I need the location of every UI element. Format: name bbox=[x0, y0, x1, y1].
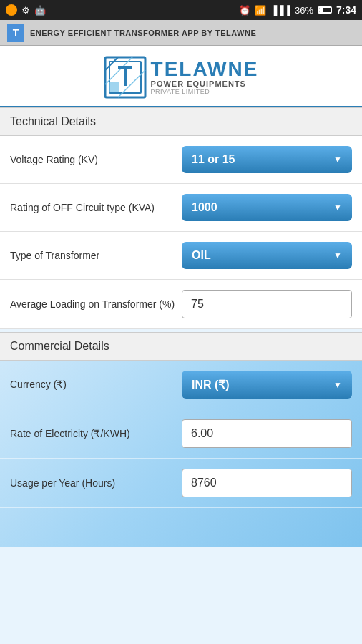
svg-rect-7 bbox=[109, 82, 119, 92]
off-circuit-label: Rating of OFF Circuit type (KVA) bbox=[10, 201, 182, 214]
status-right-icons: ⏰ 📶 ▐▐▐ 36% 7:34 bbox=[239, 4, 356, 16]
dropdown-arrow-icon3: ▼ bbox=[333, 250, 342, 260]
rate-electricity-label: Rate of Electricity (₹/KWH) bbox=[10, 427, 182, 440]
rate-electricity-row: Rate of Electricity (₹/KWH) bbox=[0, 409, 362, 459]
wifi-icon: 📶 bbox=[255, 5, 266, 16]
voltage-rating-label: Voltage Rating (KV) bbox=[10, 153, 182, 166]
off-circuit-dropdown[interactable]: 1000 ▼ bbox=[182, 194, 352, 221]
dropdown-arrow-icon2: ▼ bbox=[333, 203, 342, 213]
usb-icon: ⚙ bbox=[21, 5, 30, 16]
brand-name: TELAWNE bbox=[151, 59, 259, 79]
off-circuit-row: Rating of OFF Circuit type (KVA) 1000 ▼ bbox=[0, 184, 362, 232]
svg-rect-6 bbox=[124, 66, 127, 86]
signal-icon: ▐▐▐ bbox=[270, 5, 290, 16]
average-loading-input[interactable] bbox=[182, 290, 352, 318]
commercial-section-title: Commercial Details bbox=[10, 340, 109, 352]
currency-row: Currency (₹) INR (₹) ▼ bbox=[0, 361, 362, 409]
technical-form: Voltage Rating (KV) 11 or 15 ▼ Rating of… bbox=[0, 136, 362, 329]
average-loading-row: Average Loading on Transformer (%) bbox=[0, 280, 362, 329]
brand-line1: POWER EQUIPMENTS bbox=[151, 79, 259, 88]
usage-year-control[interactable] bbox=[182, 469, 352, 497]
android-icon: 🤖 bbox=[34, 5, 46, 16]
currency-control[interactable]: INR (₹) ▼ bbox=[182, 371, 352, 399]
commercial-section-header: Commercial Details bbox=[0, 332, 362, 361]
transformer-type-value: OIL bbox=[192, 249, 211, 262]
brand-line2: PRIVATE LIMITED bbox=[151, 88, 259, 95]
battery-percent: 36% bbox=[295, 5, 313, 16]
currency-value: INR (₹) bbox=[192, 378, 230, 391]
logo-text: TELAWNE POWER EQUIPMENTS PRIVATE LIMITED bbox=[151, 59, 259, 95]
logo-area: TELAWNE POWER EQUIPMENTS PRIVATE LIMITED bbox=[0, 46, 362, 107]
currency-dropdown[interactable]: INR (₹) ▼ bbox=[182, 371, 352, 399]
title-bar-text: ENERGY EFFICIENT TRANSFORMER APP BY TELA… bbox=[30, 29, 256, 37]
commercial-form: Currency (₹) INR (₹) ▼ Rate of Electrici… bbox=[0, 361, 362, 547]
voltage-rating-dropdown[interactable]: 11 or 15 ▼ bbox=[182, 146, 352, 173]
voltage-rating-row: Voltage Rating (KV) 11 or 15 ▼ bbox=[0, 136, 362, 184]
technical-section-header: Technical Details bbox=[0, 107, 362, 136]
rate-electricity-input[interactable] bbox=[182, 419, 352, 448]
circle-icon bbox=[6, 4, 17, 16]
transformer-type-control[interactable]: OIL ▼ bbox=[182, 242, 352, 269]
rate-electricity-control[interactable] bbox=[182, 419, 352, 448]
usage-year-label: Usage per Year (Hours) bbox=[10, 477, 182, 489]
battery-icon bbox=[318, 6, 332, 14]
transformer-type-dropdown[interactable]: OIL ▼ bbox=[182, 242, 352, 269]
voltage-rating-value: 11 or 15 bbox=[192, 153, 235, 166]
transformer-type-label: Type of Transformer bbox=[10, 249, 182, 262]
voltage-rating-control[interactable]: 11 or 15 ▼ bbox=[182, 146, 352, 173]
title-bar: T ENERGY EFFICIENT TRANSFORMER APP BY TE… bbox=[0, 20, 362, 46]
usage-year-row: Usage per Year (Hours) bbox=[0, 459, 362, 508]
off-circuit-control[interactable]: 1000 ▼ bbox=[182, 194, 352, 221]
usage-year-input[interactable] bbox=[182, 469, 352, 497]
technical-section-title: Technical Details bbox=[10, 115, 96, 127]
dropdown-arrow-icon: ▼ bbox=[333, 155, 342, 165]
average-loading-label: Average Loading on Transformer (%) bbox=[10, 298, 182, 311]
currency-label: Currency (₹) bbox=[10, 378, 182, 391]
svg-line-2 bbox=[105, 57, 118, 70]
alarm-icon: ⏰ bbox=[239, 5, 250, 16]
time-display: 7:34 bbox=[336, 4, 356, 16]
transformer-type-row: Type of Transformer OIL ▼ bbox=[0, 232, 362, 280]
off-circuit-value: 1000 bbox=[192, 201, 217, 214]
app-icon: T bbox=[7, 24, 24, 42]
dropdown-arrow-icon4: ▼ bbox=[333, 380, 342, 390]
logo-icon bbox=[104, 56, 147, 99]
average-loading-control[interactable] bbox=[182, 290, 352, 318]
status-left-icons: ⚙ 🤖 bbox=[6, 4, 46, 16]
status-bar: ⚙ 🤖 ⏰ 📶 ▐▐▐ 36% 7:34 bbox=[0, 0, 362, 20]
